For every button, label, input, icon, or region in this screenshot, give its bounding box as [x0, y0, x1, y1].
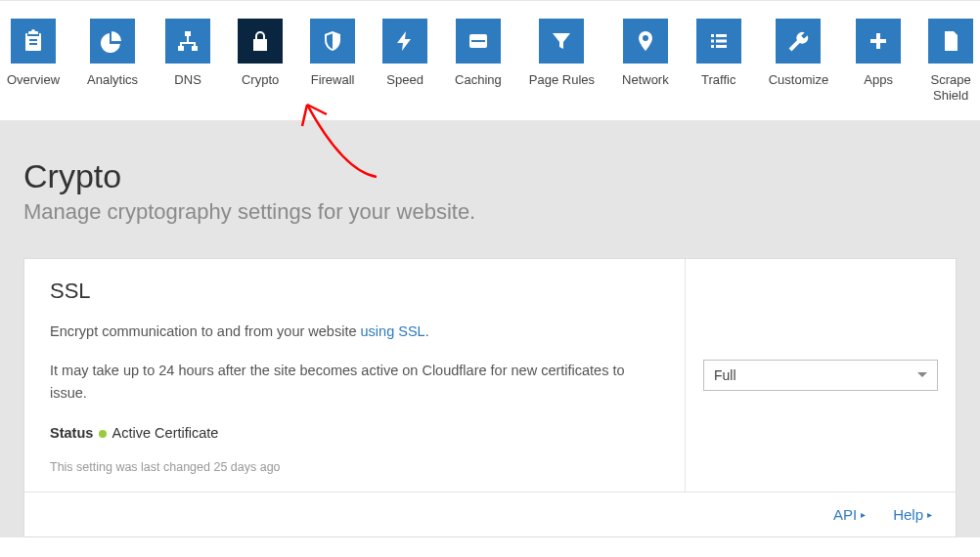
svg-rect-7 [711, 40, 714, 43]
page-header: Crypto Manage cryptography settings for … [0, 120, 980, 258]
nav-item-crypto[interactable]: Crypto [238, 19, 283, 105]
nav-item-firewall[interactable]: Firewall [310, 19, 355, 105]
nav-item-network[interactable]: Network [622, 19, 669, 105]
ssl-link[interactable]: using SSL [361, 323, 425, 339]
nav-item-customize[interactable]: Customize [769, 19, 828, 105]
svg-rect-6 [716, 34, 727, 37]
nav-label: Traffic [701, 72, 735, 88]
content-area: Crypto Manage cryptography settings for … [0, 120, 980, 537]
ssl-desc-pre: Encrypt communication to and from your w… [50, 323, 361, 339]
ssl-card: SSL Encrypt communication to and from yo… [23, 258, 957, 537]
svg-rect-9 [711, 45, 714, 48]
help-label: Help [893, 506, 923, 523]
svg-rect-2 [192, 46, 198, 51]
chevron-down-icon [917, 372, 927, 377]
svg-rect-4 [471, 40, 485, 42]
svg-rect-10 [716, 45, 727, 48]
nav-label: DNS [174, 72, 200, 88]
ssl-mode-select[interactable]: Full [703, 360, 938, 391]
status-value: Active Certificate [112, 425, 219, 441]
chevron-right-icon: ▸ [861, 509, 866, 520]
ssl-mode-value: Full [714, 367, 736, 383]
pin-icon [623, 19, 668, 64]
svg-rect-12 [870, 39, 886, 43]
help-link[interactable]: Help ▸ [893, 506, 932, 523]
ssl-desc-post: . [425, 323, 429, 339]
nav-label: Page Rules [529, 72, 595, 88]
sitemap-icon [165, 19, 210, 64]
nav-label: Crypto [242, 72, 279, 88]
status-dot-icon [99, 430, 107, 438]
top-nav: OverviewAnalyticsDNSCryptoFirewallSpeedC… [0, 0, 980, 120]
nav-label: ScrapeShield [931, 72, 971, 105]
drive-icon [456, 19, 501, 64]
nav-item-dns[interactable]: DNS [165, 19, 210, 105]
nav-item-traffic[interactable]: Traffic [696, 19, 741, 105]
page-title: Crypto [23, 157, 957, 195]
nav-item-caching[interactable]: Caching [455, 19, 502, 105]
plus-icon [856, 19, 901, 64]
funnel-icon [539, 19, 584, 64]
nav-label: Overview [7, 72, 60, 88]
pie-icon [90, 19, 135, 64]
clipboard-icon [11, 19, 56, 64]
ssl-status: Status Active Certificate [50, 425, 659, 441]
nav-label: Caching [455, 72, 502, 88]
nav-item-apps[interactable]: Apps [856, 19, 901, 105]
nav-label: Apps [864, 72, 893, 88]
nav-item-analytics[interactable]: Analytics [87, 19, 138, 105]
doc-icon [928, 19, 973, 64]
nav-label: Network [622, 72, 669, 88]
nav-label: Firewall [311, 72, 355, 88]
nav-label: Customize [769, 72, 828, 88]
page-subtitle: Manage cryptography settings for your we… [23, 199, 957, 225]
ssl-description: Encrypt communication to and from your w… [50, 321, 659, 343]
shield-icon [310, 19, 355, 64]
nav-label: Speed [386, 72, 423, 88]
svg-rect-1 [178, 46, 184, 51]
svg-rect-5 [711, 34, 714, 37]
api-link[interactable]: API ▸ [833, 506, 866, 523]
ssl-meta: This setting was last changed 25 days ag… [50, 460, 659, 474]
svg-rect-8 [716, 40, 727, 43]
ssl-note: It may take up to 24 hours after the sit… [50, 360, 659, 405]
svg-rect-0 [185, 31, 191, 36]
nav-item-speed[interactable]: Speed [382, 19, 427, 105]
nav-item-pagerules[interactable]: Page Rules [529, 19, 595, 105]
ssl-title: SSL [50, 278, 659, 304]
list-icon [696, 19, 741, 64]
status-label: Status [50, 425, 93, 441]
nav-item-overview[interactable]: Overview [7, 19, 60, 105]
api-label: API [833, 506, 857, 523]
wrench-icon [776, 19, 821, 64]
nav-item-scrape[interactable]: ScrapeShield [928, 19, 973, 105]
bolt-icon [382, 19, 427, 64]
nav-label: Analytics [87, 72, 138, 88]
chevron-right-icon: ▸ [927, 509, 932, 520]
lock-icon [238, 19, 283, 64]
